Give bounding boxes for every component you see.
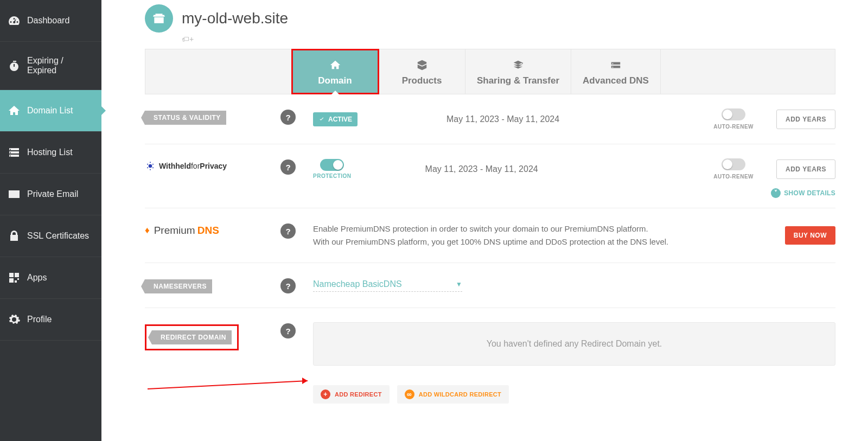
show-details-label: SHOW DETAILS (784, 189, 835, 197)
premiumdns-description: Enable PremiumDNS protection in order to… (313, 222, 668, 248)
autorenew-toggle[interactable] (722, 108, 745, 120)
sidebar-item-apps[interactable]: Apps (0, 257, 101, 299)
add-redirect-label: ADD REDIRECT (335, 391, 382, 398)
sidebar-item-domain-list[interactable]: Domain List (0, 90, 101, 132)
sidebar-item-label: SSL Certificates (27, 231, 89, 241)
sidebar-item-label: Hosting List (27, 148, 73, 157)
tab-label: Domain (318, 75, 352, 86)
sidebar-item-label: Apps (27, 273, 47, 283)
sidebar: Dashboard Expiring / Expired Domain List… (0, 0, 101, 441)
privacy-dates: May 11, 2023 - May 11, 2024 (425, 164, 538, 174)
envelope-icon (8, 188, 21, 201)
section-redirect: REDIRECT DOMAIN ? You haven't defined an… (145, 308, 835, 418)
caret-down-icon: ▼ (456, 280, 462, 288)
privacy-logo-icon (145, 161, 156, 171)
redirect-ribbon: REDIRECT DOMAIN (152, 330, 232, 344)
home-icon (8, 104, 21, 117)
tabs: Domain Products Sharing & Transfer Advan… (145, 49, 835, 94)
section-premiumdns: ♦ PremiumDNS ? Enable PremiumDNS protect… (145, 208, 835, 263)
plus-icon: + (321, 389, 330, 399)
nameservers-select[interactable]: Namecheap BasicDNS ▼ (313, 277, 462, 292)
transfer-icon (512, 59, 524, 71)
svg-line-7 (148, 381, 308, 389)
sidebar-item-label: Domain List (27, 106, 73, 116)
sidebar-item-expiring[interactable]: Expiring / Expired (0, 42, 101, 90)
add-wildcard-label: ADD WILDCARD REDIRECT (419, 391, 501, 398)
premiumdns-logo: ♦ PremiumDNS (145, 225, 219, 237)
apps-icon (8, 271, 21, 284)
stopwatch-icon (8, 59, 21, 72)
status-dates: May 11, 2023 - May 11, 2024 (446, 114, 559, 124)
server-icon (8, 146, 21, 159)
svg-point-2 (152, 164, 154, 165)
page-header: my-old-web.site (145, 0, 835, 35)
show-details-toggle[interactable]: ˅ SHOW DETAILS (145, 184, 835, 208)
svg-point-1 (147, 164, 148, 165)
sidebar-item-label: Dashboard (27, 16, 69, 25)
help-icon[interactable]: ? (280, 278, 296, 293)
svg-point-6 (150, 169, 151, 170)
section-status: STATUS & VALIDITY ? ACTIVE May 11, 2023 … (145, 94, 835, 144)
tab-products[interactable]: Products (379, 49, 465, 94)
status-ribbon: STATUS & VALIDITY (145, 111, 226, 125)
autorenew-label: AUTO-RENEW (713, 174, 754, 180)
box-icon (416, 59, 428, 71)
sidebar-item-private-email[interactable]: Private Email (0, 174, 101, 215)
sidebar-item-profile[interactable]: Profile (0, 299, 101, 341)
privacy-autorenew-toggle[interactable] (722, 158, 745, 170)
help-icon[interactable]: ? (280, 110, 296, 125)
chevron-down-icon: ˅ (771, 188, 781, 198)
withheld-for-privacy-logo: WithheldforPrivacy (145, 161, 280, 171)
redirect-ribbon-highlight: REDIRECT DOMAIN (145, 324, 239, 350)
add-redirect-button[interactable]: + ADD REDIRECT (313, 385, 390, 404)
svg-point-3 (147, 167, 148, 168)
protection-toggle[interactable] (320, 159, 344, 171)
section-privacy: WithheldforPrivacy ? PROTECTION May 11, … (145, 144, 835, 184)
gear-icon (8, 313, 21, 326)
add-years-button[interactable]: ADD YEARS (776, 110, 835, 129)
svg-point-0 (149, 164, 152, 168)
tab-domain[interactable]: Domain (292, 49, 379, 94)
sidebar-item-dashboard[interactable]: Dashboard (0, 0, 101, 42)
lock-icon (8, 229, 21, 242)
annotation-arrow (145, 375, 318, 392)
help-icon[interactable]: ? (280, 159, 296, 175)
page-title: my-old-web.site (182, 10, 288, 27)
tab-label: Sharing & Transfer (477, 75, 559, 86)
sidebar-item-label: Private Email (27, 189, 78, 199)
help-icon[interactable]: ? (280, 323, 296, 338)
check-icon (318, 116, 325, 123)
redirect-empty-state: You haven't defined any Redirect Domain … (313, 322, 835, 366)
sidebar-item-ssl[interactable]: SSL Certificates (0, 215, 101, 257)
server-gear-icon (610, 59, 622, 71)
section-nameservers: NAMESERVERS ? Namecheap BasicDNS ▼ (145, 263, 835, 308)
infinity-icon: ∞ (405, 389, 414, 399)
gauge-icon (8, 14, 21, 27)
buy-now-button[interactable]: BUY NOW (785, 226, 835, 245)
main-content: my-old-web.site 🏷+ Domain Products Shari… (101, 0, 868, 441)
privacy-add-years-button[interactable]: ADD YEARS (776, 159, 835, 179)
status-badge: ACTIVE (313, 112, 358, 126)
tabs-spacer-left (145, 49, 292, 94)
help-icon[interactable]: ? (280, 223, 296, 239)
autorenew-label: AUTO-RENEW (713, 124, 754, 130)
home-icon (329, 59, 341, 71)
tab-label: Advanced DNS (583, 75, 649, 86)
sidebar-item-label: Expiring / Expired (27, 56, 94, 75)
add-wildcard-redirect-button[interactable]: ∞ ADD WILDCARD REDIRECT (397, 385, 509, 404)
nameservers-ribbon: NAMESERVERS (145, 279, 212, 293)
site-badge-icon (145, 4, 173, 33)
nameservers-value: Namecheap BasicDNS (313, 279, 402, 289)
protection-label: PROTECTION (313, 173, 352, 179)
sidebar-item-hosting-list[interactable]: Hosting List (0, 132, 101, 174)
svg-point-4 (152, 167, 154, 168)
tab-advanced-dns[interactable]: Advanced DNS (571, 49, 661, 94)
tag-add-icon[interactable]: 🏷+ (182, 35, 835, 43)
tab-label: Products (402, 75, 442, 86)
tab-sharing-transfer[interactable]: Sharing & Transfer (465, 49, 571, 94)
status-text: ACTIVE (328, 116, 352, 123)
tabs-spacer-right (661, 49, 835, 94)
svg-marker-8 (302, 378, 308, 384)
diamond-icon: ♦ (145, 225, 150, 236)
sidebar-item-label: Profile (27, 315, 52, 324)
